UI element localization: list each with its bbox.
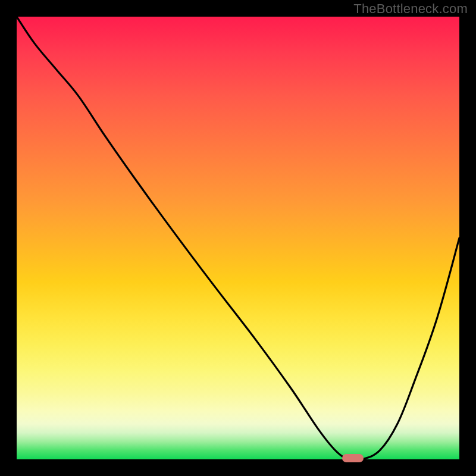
optimal-marker — [342, 454, 364, 462]
watermark-text: TheBottleneck.com — [353, 1, 468, 17]
plot-area — [17, 17, 459, 459]
chart-frame: TheBottleneck.com — [0, 0, 476, 476]
curve-layer — [17, 17, 459, 459]
bottleneck-curve — [17, 17, 459, 459]
